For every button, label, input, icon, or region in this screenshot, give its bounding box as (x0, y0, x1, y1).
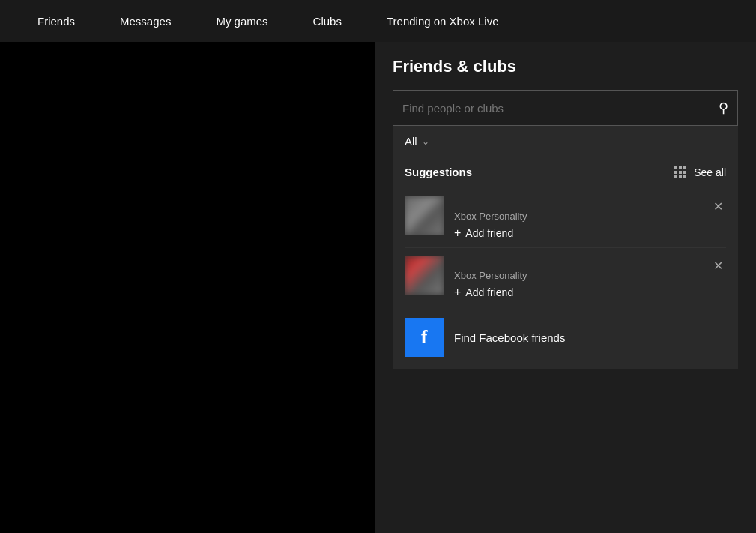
find-facebook-friends-row[interactable]: f Find Facebook friends (405, 307, 726, 360)
plus-icon: + (454, 226, 461, 240)
close-icon: ✕ (713, 259, 723, 272)
nav-my-games[interactable]: My games (193, 0, 290, 42)
left-panel (0, 42, 375, 533)
add-friend-button[interactable]: + Add friend (454, 286, 513, 299)
grid-dot (679, 175, 682, 178)
suggestions-actions: See all (674, 166, 726, 178)
grid-icon[interactable] (674, 166, 686, 178)
suggestion-type: Xbox Personality (454, 211, 726, 222)
filter-dropdown[interactable]: All ⌄ (405, 135, 429, 148)
close-icon: ✕ (713, 200, 723, 213)
facebook-letter: f (421, 326, 428, 349)
avatar (405, 196, 444, 235)
grid-dot (674, 171, 677, 174)
page-title: Friends & clubs (393, 57, 738, 76)
filter-bar: All ⌄ (393, 126, 738, 157)
nav-trending[interactable]: Trending on Xbox Live (364, 0, 521, 42)
plus-icon: + (454, 286, 461, 299)
suggestion-info: ██████████ ████████ Xbox Personality + A… (454, 196, 726, 240)
grid-dot (674, 166, 677, 169)
nav-messages[interactable]: Messages (97, 0, 193, 42)
facebook-icon: f (405, 318, 444, 357)
add-friend-button[interactable]: + Add friend (454, 226, 513, 240)
grid-dot (679, 166, 682, 169)
suggestion-info: ████████████ ███████ Xbox Personality + … (454, 256, 726, 299)
grid-dot (679, 171, 682, 174)
search-input[interactable] (402, 102, 719, 115)
grid-dot (683, 171, 686, 174)
search-box: ⚲ (393, 90, 738, 126)
grid-dot (683, 166, 686, 169)
see-all-link[interactable]: See all (694, 166, 726, 178)
top-navigation: Friends Messages My games Clubs Trending… (0, 0, 756, 42)
chevron-down-icon: ⌄ (422, 136, 429, 147)
grid-dot (674, 175, 677, 178)
nav-friends[interactable]: Friends (15, 0, 97, 42)
suggestion-name: ██████████ ████████ (454, 196, 726, 208)
avatar-image (405, 196, 444, 235)
dismiss-button[interactable]: ✕ (710, 256, 726, 276)
main-content: Friends & clubs ⚲ All ⌄ Suggestions (0, 42, 756, 533)
avatar-image (405, 256, 444, 295)
suggestions-header: Suggestions See all (405, 166, 726, 178)
suggestion-name: ████████████ ███████ (454, 256, 726, 268)
suggestion-type: Xbox Personality (454, 270, 726, 281)
suggestions-title: Suggestions (405, 166, 472, 178)
search-icon[interactable]: ⚲ (719, 100, 728, 116)
suggestions-section: Suggestions See all (393, 157, 738, 369)
suggestion-item: ██████████ ████████ Xbox Personality + A… (405, 189, 726, 248)
dismiss-button[interactable]: ✕ (710, 196, 726, 217)
right-panel: Friends & clubs ⚲ All ⌄ Suggestions (375, 42, 756, 533)
nav-clubs[interactable]: Clubs (291, 0, 364, 42)
filter-label: All (405, 135, 417, 148)
grid-dot (683, 175, 686, 178)
suggestion-item: ████████████ ███████ Xbox Personality + … (405, 248, 726, 307)
facebook-label: Find Facebook friends (454, 331, 565, 344)
avatar (405, 256, 444, 295)
